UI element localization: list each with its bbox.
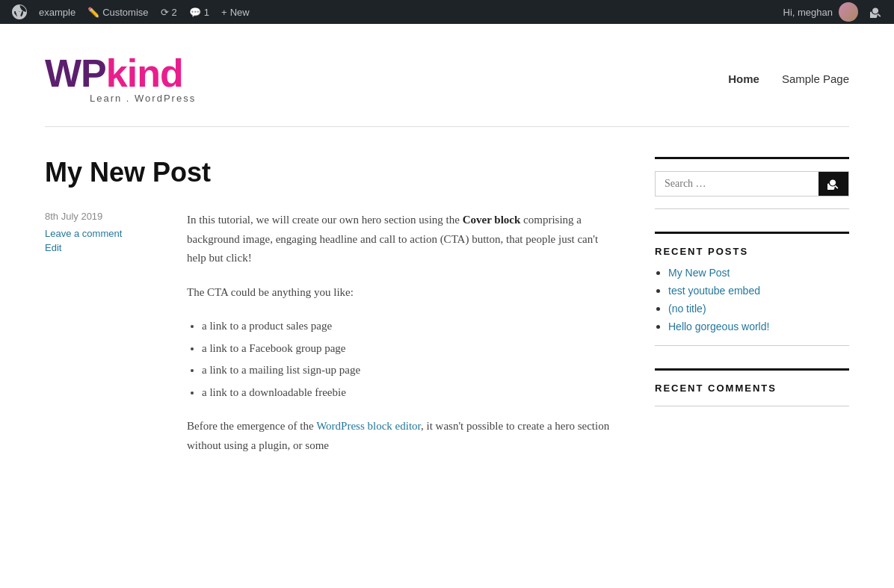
bullet-item: a link to a Facebook group page [202,339,610,359]
recent-post-link[interactable]: (no title) [668,303,706,315]
recent-post-item: Hello gorgeous world! [668,320,849,333]
nav-sample-page[interactable]: Sample Page [782,72,849,85]
post-p3-pre: Before the emergence of the [187,420,316,432]
bullet-item: a link to a mailing list sign-up page [202,361,610,380]
logo-wp: WP [45,52,106,95]
hi-user-text: Hi, meghan [783,7,833,18]
leave-comment-link[interactable]: Leave a comment [45,228,172,239]
wp-logo-button[interactable] [6,0,33,24]
new-label: New [230,7,250,18]
bullet-list: a link to a product sales pagea link to … [202,317,610,402]
recent-comments-widget: RECENT COMMENTS [655,368,849,406]
updates-count: 2 [172,7,177,18]
recent-comments-divider-bottom [655,406,849,406]
post-body: In this tutorial, we will create our own… [187,211,610,455]
search-divider-top [655,157,849,159]
recent-comments-divider-top [655,368,849,371]
recent-post-link[interactable]: test youtube embed [668,285,760,297]
bullet-item: a link to a product sales page [202,317,610,336]
admin-search-button[interactable] [864,0,888,24]
recent-posts-list: My New Posttest youtube embed(no title)H… [668,266,849,333]
avatar [839,2,858,22]
recent-posts-divider-bottom [655,345,849,346]
edit-link[interactable]: Edit [45,242,172,253]
recent-comments-heading: RECENT COMMENTS [655,383,849,394]
customise-label: Customise [102,7,148,18]
search-widget [655,157,849,209]
customise-button[interactable]: ✏️ Customise [81,0,154,24]
post-date: 8th July 2019 [45,211,172,222]
bullet-item: a link to a downloadable freebie [202,383,610,403]
site-logo: WPkind [45,54,196,93]
search-form [655,171,849,196]
logo-kind: kind [106,52,183,95]
search-input[interactable] [656,172,819,196]
recent-post-item: My New Post [668,266,849,279]
site-tagline: Learn . WordPress [90,93,196,104]
sidebar: RECENT POSTS My New Posttest youtube emb… [655,157,849,470]
post-paragraph-1: In this tutorial, we will create our own… [187,211,610,268]
site-nav: Home Sample Page [728,72,849,85]
main-content: My New Post 8th July 2019 Leave a commen… [45,157,610,470]
comments-button[interactable]: 💬 1 [183,0,215,24]
post-paragraph-3: Before the emergence of the WordPress bl… [187,417,610,455]
recent-posts-widget: RECENT POSTS My New Posttest youtube emb… [655,232,849,346]
recent-post-link[interactable]: Hello gorgeous world! [668,321,769,332]
admin-bar: example ✏️ Customise ⟳ 2 💬 1 + New Hi, m… [0,0,894,24]
recent-post-link[interactable]: My New Post [668,267,730,279]
hi-user-button[interactable]: Hi, meghan [777,0,864,24]
comments-icon: 💬 [189,7,201,18]
content-wrapper: My New Post 8th July 2019 Leave a commen… [0,127,894,500]
new-button[interactable]: + New [215,0,256,24]
post-title: My New Post [45,157,610,188]
recent-posts-divider-top [655,232,849,234]
site-name-button[interactable]: example [33,0,81,24]
recent-post-item: test youtube embed [668,284,849,297]
pencil-icon: ✏️ [87,7,99,18]
recent-post-item: (no title) [668,302,849,315]
comments-count: 1 [204,7,209,18]
nav-home[interactable]: Home [728,72,759,85]
block-editor-link[interactable]: WordPress block editor [316,420,421,432]
post-p1-bold: Cover block [463,214,521,226]
site-header: WPkind Learn . WordPress Home Sample Pag… [0,24,894,126]
plus-icon: + [221,7,227,18]
updates-icon: ⟳ [161,7,169,18]
site-name-label: example [39,7,75,18]
recent-posts-heading: RECENT POSTS [655,246,849,257]
logo-wrapper: WPkind Learn . WordPress [45,54,196,104]
search-icon [827,178,839,190]
post-p1-pre: In this tutorial, we will create our own… [187,214,463,226]
post-meta: 8th July 2019 Leave a comment Edit [45,211,172,253]
post-paragraph-2: The CTA could be anything you like: [187,283,610,303]
updates-button[interactable]: ⟳ 2 [155,0,183,24]
search-button[interactable] [819,172,848,196]
search-divider-bottom [655,208,849,209]
